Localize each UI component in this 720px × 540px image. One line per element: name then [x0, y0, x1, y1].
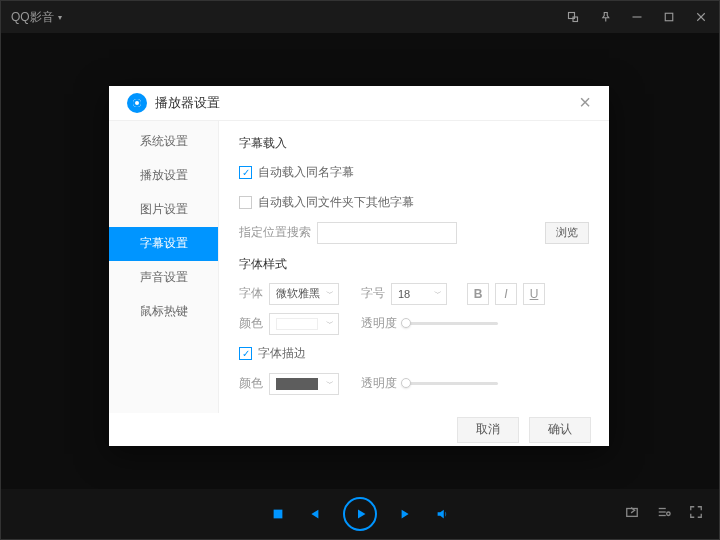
label-outline: 字体描边 — [258, 345, 306, 362]
maximize-icon[interactable] — [661, 9, 677, 25]
app-window: QQ影音 ▾ 播放器设置 × 系统设置 播放设置 图片设置 字幕设置 — [0, 0, 720, 540]
select-font-value: 微软雅黑 — [276, 286, 320, 301]
chevron-down-icon: ﹀ — [326, 288, 334, 299]
sidebar-item-playback[interactable]: 播放设置 — [109, 159, 218, 193]
player-bar — [1, 489, 719, 539]
italic-button[interactable]: I — [495, 283, 517, 305]
chevron-down-icon: ﹀ — [434, 288, 442, 299]
playlist-icon[interactable] — [657, 505, 671, 523]
browse-button[interactable]: 浏览 — [545, 222, 589, 244]
mini-mode-icon[interactable] — [565, 9, 581, 25]
svg-point-11 — [667, 512, 671, 516]
stop-button[interactable] — [271, 507, 285, 521]
open-file-icon[interactable] — [625, 505, 639, 523]
settings-content: 字幕载入 自动载入同名字幕 自动载入同文件夹下其他字幕 指定位置搜索 浏览 字体… — [219, 121, 609, 413]
svg-rect-3 — [665, 13, 673, 21]
sidebar-item-hotkey[interactable]: 鼠标热键 — [109, 295, 218, 329]
select-font-size[interactable]: 18 ﹀ — [391, 283, 447, 305]
outline-opacity-slider[interactable] — [403, 382, 498, 385]
settings-sidebar: 系统设置 播放设置 图片设置 字幕设置 声音设置 鼠标热键 — [109, 121, 219, 413]
dialog-footer: 取消 确认 — [109, 413, 609, 446]
dialog-header: 播放器设置 × — [109, 86, 609, 121]
player-icon — [127, 93, 147, 113]
close-icon[interactable] — [693, 9, 709, 25]
sidebar-item-subtitle[interactable]: 字幕设置 — [109, 227, 218, 261]
svg-rect-0 — [569, 13, 575, 19]
dialog-body: 系统设置 播放设置 图片设置 字幕设置 声音设置 鼠标热键 字幕载入 自动载入同… — [109, 121, 609, 413]
checkbox-auto-same-name[interactable] — [239, 166, 252, 179]
chevron-down-icon: ▾ — [58, 13, 62, 22]
fullscreen-icon[interactable] — [689, 505, 703, 523]
section-font-style: 字体样式 — [239, 256, 589, 273]
input-search-path[interactable] — [317, 222, 457, 244]
chevron-down-icon: ﹀ — [326, 378, 334, 389]
label-size: 字号 — [361, 285, 385, 302]
sidebar-item-system[interactable]: 系统设置 — [109, 125, 218, 159]
select-font-color[interactable]: ﹀ — [269, 313, 339, 335]
ok-button[interactable]: 确认 — [529, 417, 591, 443]
window-controls — [565, 9, 709, 25]
dialog-title-text: 播放器设置 — [155, 94, 220, 112]
label-auto-same-folder: 自动载入同文件夹下其他字幕 — [258, 194, 414, 211]
settings-dialog: 播放器设置 × 系统设置 播放设置 图片设置 字幕设置 声音设置 鼠标热键 字幕… — [109, 86, 609, 446]
slider-thumb-icon[interactable] — [401, 318, 411, 328]
label-font: 字体 — [239, 285, 263, 302]
label-opacity: 透明度 — [361, 315, 397, 332]
color-swatch-white — [276, 318, 318, 330]
pin-icon[interactable] — [597, 9, 613, 25]
select-outline-color[interactable]: ﹀ — [269, 373, 339, 395]
dialog-close-icon[interactable]: × — [579, 91, 591, 114]
title-bar: QQ影音 ▾ — [1, 1, 719, 33]
next-button[interactable] — [399, 507, 413, 521]
select-font[interactable]: 微软雅黑 ﹀ — [269, 283, 339, 305]
select-size-value: 18 — [398, 288, 410, 300]
player-right-controls — [625, 505, 703, 523]
previous-button[interactable] — [307, 507, 321, 521]
app-title[interactable]: QQ影音 ▾ — [11, 9, 62, 26]
section-subtitle-loading: 字幕载入 — [239, 135, 589, 152]
label-outline-opacity: 透明度 — [361, 375, 397, 392]
svg-rect-1 — [573, 17, 578, 22]
checkbox-outline[interactable] — [239, 347, 252, 360]
sidebar-item-image[interactable]: 图片设置 — [109, 193, 218, 227]
volume-button[interactable] — [435, 507, 449, 521]
app-title-text: QQ影音 — [11, 9, 54, 26]
slider-thumb-icon[interactable] — [401, 378, 411, 388]
underline-button[interactable]: U — [523, 283, 545, 305]
opacity-slider[interactable] — [403, 322, 498, 325]
label-search-path: 指定位置搜索 — [239, 224, 311, 241]
checkbox-auto-same-folder[interactable] — [239, 196, 252, 209]
bold-button[interactable]: B — [467, 283, 489, 305]
label-outline-color: 颜色 — [239, 375, 263, 392]
minimize-icon[interactable] — [629, 9, 645, 25]
sidebar-item-audio[interactable]: 声音设置 — [109, 261, 218, 295]
cancel-button[interactable]: 取消 — [457, 417, 519, 443]
chevron-down-icon: ﹀ — [326, 318, 334, 329]
label-color: 颜色 — [239, 315, 263, 332]
svg-rect-6 — [274, 510, 283, 519]
label-auto-same-name: 自动载入同名字幕 — [258, 164, 354, 181]
color-swatch-dark — [276, 378, 318, 390]
player-center-controls — [271, 497, 449, 531]
play-button[interactable] — [343, 497, 377, 531]
